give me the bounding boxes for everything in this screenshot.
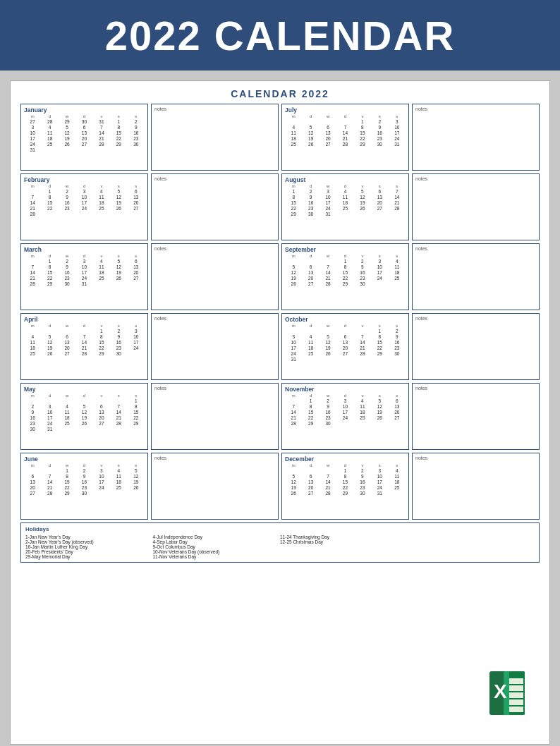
cal-day: 25 xyxy=(354,415,371,420)
cal-day: 30 xyxy=(302,211,319,216)
holiday-item: 2-Jan New Year's Day (observed) xyxy=(25,539,153,544)
cal-day: 24 xyxy=(371,275,388,281)
holiday-item: 16-Jan Martin Luther King Day xyxy=(25,544,153,549)
holiday-item: 10-Nov Veterans Day (observed) xyxy=(153,549,281,554)
month-name-october: October xyxy=(285,316,406,323)
cal-day: 14 xyxy=(319,269,336,275)
cal-day: 18 xyxy=(93,269,110,275)
cal-day: 27 xyxy=(336,350,353,356)
cal-day: 5 xyxy=(128,467,145,473)
cal-day: 6 xyxy=(302,473,319,479)
notes-label: notes xyxy=(154,176,275,181)
cal-day: 30 xyxy=(389,350,406,356)
cal-day: 28 xyxy=(285,420,302,426)
notes-label: notes xyxy=(415,455,536,460)
cal-day: 11 xyxy=(93,264,110,269)
cal-day: 27 xyxy=(24,490,41,496)
cal-day: 22 xyxy=(336,275,353,281)
cal-day: 9 xyxy=(75,473,92,479)
cal-day: 4 xyxy=(110,467,127,473)
cal-day xyxy=(59,398,75,403)
cal-day: 26 xyxy=(285,490,302,496)
cal-day: 30 xyxy=(110,350,127,356)
cal-day: 3 xyxy=(285,334,302,339)
cal-day: 15 xyxy=(128,409,145,415)
cal-day: 7 xyxy=(285,403,302,409)
notes-box-july: notes xyxy=(412,104,540,171)
svg-rect-5 xyxy=(509,685,523,691)
cal-day xyxy=(93,490,110,496)
cal-day xyxy=(93,147,110,152)
cal-day: 14 xyxy=(285,409,302,415)
cal-day xyxy=(319,258,336,264)
cal-day: 9 xyxy=(110,334,127,339)
cal-day: 22 xyxy=(110,135,127,141)
cal-day: 1 xyxy=(371,328,388,334)
cal-table-march: mdwdvss123456789101112131415161718192021… xyxy=(24,254,145,286)
cal-table-september: mdwdvss123456789101112131415161718192021… xyxy=(285,254,406,286)
cal-day: 8 xyxy=(41,264,58,269)
cal-day xyxy=(41,211,58,216)
main-container: CALENDAR 2022 Januarymdwdvss272829303112… xyxy=(10,80,550,745)
cal-day: 15 xyxy=(41,269,58,275)
cal-day: 18 xyxy=(41,135,58,141)
notes-label: notes xyxy=(154,106,275,111)
cal-day: 29 xyxy=(336,490,353,496)
cal-day: 15 xyxy=(93,339,110,345)
cal-day: 9 xyxy=(354,264,371,269)
cal-day xyxy=(336,211,353,216)
cal-day: 1 xyxy=(285,188,302,194)
cal-day: 25 xyxy=(93,275,110,281)
cal-day: 3 xyxy=(75,258,92,264)
notes-label: notes xyxy=(154,386,275,391)
cal-day: 5 xyxy=(75,403,92,409)
cal-day: 12 xyxy=(41,339,58,345)
cal-day: 29 xyxy=(128,420,145,426)
cal-day: 8 xyxy=(302,403,319,409)
cal-day: 18 xyxy=(389,269,406,275)
cal-day: 26 xyxy=(59,141,75,147)
cal-day: 22 xyxy=(93,345,110,350)
cal-day: 17 xyxy=(336,409,353,415)
cal-day: 5 xyxy=(59,124,75,130)
cal-day: 18 xyxy=(336,200,353,205)
cal-day: 16 xyxy=(319,409,336,415)
cal-day xyxy=(128,281,145,286)
cal-day: 1 xyxy=(41,188,58,194)
cal-day xyxy=(93,426,110,432)
cal-day: 3 xyxy=(24,124,41,130)
month-box-september: Septembermdwdvss123456789101112131415161… xyxy=(281,243,409,310)
cal-day xyxy=(41,398,58,403)
cal-day: 30 xyxy=(75,490,92,496)
cal-day: 21 xyxy=(24,205,41,211)
cal-day: 29 xyxy=(59,490,75,496)
cal-day: 26 xyxy=(128,484,145,490)
cal-day: 16 xyxy=(128,130,145,135)
cal-day: 18 xyxy=(110,479,127,484)
cal-day: 12 xyxy=(59,130,75,135)
cal-day: 12 xyxy=(75,409,92,415)
cal-day: 3 xyxy=(371,467,388,473)
cal-day: 12 xyxy=(354,194,371,200)
cal-day: 19 xyxy=(285,484,302,490)
month-box-july: Julymdwdvss12345678910111213141516171819… xyxy=(281,104,409,171)
cal-day: 10 xyxy=(93,473,110,479)
cal-day: 6 xyxy=(336,334,353,339)
cal-day: 21 xyxy=(93,135,110,141)
cal-day: 30 xyxy=(59,281,75,286)
cal-day: 20 xyxy=(302,275,319,281)
cal-day: 8 xyxy=(41,194,58,200)
cal-day: 15 xyxy=(59,479,75,484)
cal-day: 20 xyxy=(59,345,75,350)
cal-day: 17 xyxy=(75,269,92,275)
cal-day: 15 xyxy=(110,130,127,135)
cal-day xyxy=(336,328,353,334)
cal-day xyxy=(336,356,353,362)
cal-day: 24 xyxy=(319,205,336,211)
cal-day: 8 xyxy=(371,334,388,339)
cal-day xyxy=(24,398,41,403)
notes-label: notes xyxy=(154,455,275,460)
cal-day: 12 xyxy=(285,479,302,484)
cal-day: 8 xyxy=(128,403,145,409)
holiday-item: 11-Nov Veterans Day xyxy=(153,554,281,559)
